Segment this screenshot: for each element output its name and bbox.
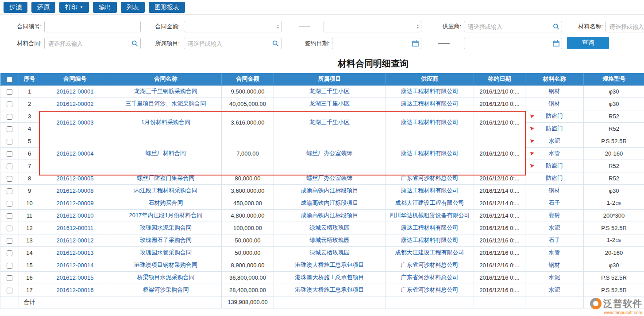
project-link[interactable]: 螺丝厂办公室装饰 <box>307 150 353 156</box>
project-link[interactable]: 成渝高铁内江标段项目 <box>301 212 359 218</box>
contract-no-link[interactable]: 201612-00003 <box>57 119 94 126</box>
supplier-link[interactable]: 广东省河沙材料总公司 <box>401 286 459 293</box>
row-select-checkbox[interactable] <box>7 101 12 107</box>
supplier-link[interactable]: 成都大江建设工程有限公司 <box>395 249 464 256</box>
project-link[interactable]: 绿城云栖玫瑰园 <box>309 237 350 243</box>
material-link[interactable]: 瓷砖 <box>549 212 560 218</box>
row-select-checkbox[interactable] <box>7 89 12 95</box>
supplier-input[interactable] <box>464 21 562 32</box>
supplier-link[interactable]: 康达工程材料有限公司 <box>401 100 459 107</box>
material-link[interactable]: 水泥 <box>549 274 560 281</box>
contract-no-link[interactable]: 201612-00014 <box>57 262 94 269</box>
contract-name-link[interactable]: 2017年内江段1月份材料合同 <box>129 212 202 218</box>
row-select-checkbox[interactable] <box>7 114 12 120</box>
material-link[interactable]: 防盗门 <box>546 125 563 132</box>
calendar-icon[interactable] <box>412 40 419 47</box>
row-select-checkbox[interactable] <box>7 139 12 144</box>
contract-name-link[interactable]: 螺丝厂防盗门集采合同 <box>137 175 195 181</box>
material-link[interactable]: 水泥 <box>549 224 560 231</box>
supplier-link[interactable]: 广东省河沙材料总公司 <box>401 274 459 281</box>
contract-no-link[interactable]: 201612-00011 <box>57 225 93 231</box>
material-link[interactable]: 水管 <box>549 249 560 256</box>
contract-name-link[interactable]: 桥梁项目水泥采购合同 <box>137 274 195 281</box>
row-select-checkbox[interactable] <box>7 263 12 269</box>
row-select-checkbox[interactable] <box>7 164 12 169</box>
material-link[interactable]: 石子 <box>549 199 560 206</box>
contract-name-link[interactable]: 玫瑰园水管采购合同 <box>140 249 192 256</box>
supplier-link[interactable]: 康达工程材料有限公司 <box>401 88 459 94</box>
contract-name-link[interactable]: 内江段工程材料采购合同 <box>134 187 197 194</box>
material-link[interactable]: 水管 <box>549 150 560 156</box>
contract-name-link[interactable]: 玫瑰园水泥采购合同 <box>140 224 192 231</box>
graph-report-button[interactable]: 图形报表 <box>149 2 185 13</box>
row-select-checkbox[interactable] <box>7 188 12 194</box>
row-select-checkbox[interactable] <box>7 213 12 219</box>
material-link[interactable]: 水泥 <box>549 286 560 293</box>
supplier-link[interactable]: 康达工程材料有限公司 <box>401 237 459 243</box>
material-contract-input[interactable] <box>44 38 141 49</box>
calendar-icon[interactable] <box>553 40 559 47</box>
list-button[interactable]: 列表 <box>121 2 145 13</box>
project-link[interactable]: 绿城云栖玫瑰园 <box>309 224 350 231</box>
contract-no-link[interactable]: 201612-00005 <box>57 175 94 182</box>
filter-button[interactable]: 过滤 <box>4 2 27 13</box>
contract-no-link[interactable]: 201612-00001 <box>57 88 94 95</box>
contract-no-link[interactable]: 201612-00012 <box>57 237 94 244</box>
supplier-link[interactable]: 康达工程材料有限公司 <box>401 119 459 125</box>
material-link[interactable]: 防盗门 <box>546 113 563 119</box>
row-select-checkbox[interactable] <box>7 288 12 293</box>
supplier-link[interactable]: 四川华达机械租赁设备有限公司 <box>389 212 470 218</box>
contract-no-link[interactable]: 201612-00002 <box>57 101 94 107</box>
supplier-link[interactable]: 康达工程材料有限公司 <box>401 150 459 156</box>
contract-no-link[interactable]: 201612-00004 <box>57 150 94 157</box>
project-link[interactable]: 成渝高铁内江标段项目 <box>301 199 359 206</box>
sign-date-from-input[interactable] <box>332 38 421 49</box>
project-link[interactable]: 龙湖三千里小区 <box>309 88 350 94</box>
search-icon[interactable] <box>272 40 279 47</box>
amount-to-input[interactable] <box>324 21 421 32</box>
stepper-icon[interactable]: ▲▼ <box>416 24 419 29</box>
row-select-checkbox[interactable] <box>7 226 12 231</box>
material-link[interactable]: 防盗门 <box>546 162 563 169</box>
contract-name-link[interactable]: 石材购买合同 <box>149 199 183 206</box>
project-link[interactable]: 龙湖三千里小区 <box>309 119 350 125</box>
material-link[interactable]: 钢材 <box>549 187 560 194</box>
contract-no-link[interactable]: 201612-00013 <box>57 250 94 256</box>
supplier-link[interactable]: 成都大江建设工程有限公司 <box>395 199 464 206</box>
material-link[interactable]: 防盗门 <box>546 175 563 181</box>
material-link[interactable]: 水泥 <box>549 137 560 144</box>
export-button[interactable]: 输出 <box>93 2 117 13</box>
row-select-checkbox[interactable] <box>7 238 12 244</box>
contract-no-link[interactable]: 201612-00016 <box>57 287 94 293</box>
contract-no-link[interactable]: 201612-00015 <box>57 274 94 281</box>
sign-date-to-input[interactable] <box>464 38 562 49</box>
print-button[interactable]: 打印▼ <box>59 2 89 13</box>
project-link[interactable]: 港珠澳大桥施工总承包项目 <box>295 274 364 281</box>
material-link[interactable]: 石子 <box>549 237 560 243</box>
stepper-icon[interactable]: ▲▼ <box>277 24 279 29</box>
project-link[interactable]: 成渝高铁内江标段项目 <box>301 187 359 194</box>
row-select-checkbox[interactable] <box>7 151 12 157</box>
supplier-link[interactable]: 广东省河沙材料总公司 <box>401 175 459 181</box>
project-link[interactable]: 港珠澳大桥施工总承包项目 <box>295 286 364 293</box>
project-input[interactable] <box>184 38 282 49</box>
query-button[interactable]: 查询 <box>567 37 609 49</box>
amount-from-input[interactable] <box>184 21 282 32</box>
row-select-checkbox[interactable] <box>7 275 12 281</box>
contract-name-link[interactable]: 玫瑰园石子采购合同 <box>140 237 192 243</box>
restore-button[interactable]: 还原 <box>31 2 55 13</box>
contract-no-input[interactable] <box>44 21 141 32</box>
row-select-checkbox[interactable] <box>7 126 12 132</box>
project-link[interactable]: 螺丝厂办公室装饰 <box>307 175 353 181</box>
project-link[interactable]: 绿城云栖玫瑰园 <box>309 249 350 256</box>
contract-name-link[interactable]: 1月份材料采购合同 <box>141 119 190 125</box>
contract-no-link[interactable]: 201612-00010 <box>57 212 94 219</box>
row-select-checkbox[interactable] <box>7 250 12 256</box>
contract-name-link[interactable]: 桥梁河沙采购合同 <box>143 286 189 293</box>
material-link[interactable]: 钢材 <box>549 100 560 107</box>
contract-name-link[interactable]: 港珠澳项目钢材采购合同 <box>134 261 197 268</box>
material-link[interactable]: 钢材 <box>549 88 560 94</box>
search-icon[interactable] <box>553 23 559 30</box>
supplier-link[interactable]: 广东省河沙材料总公司 <box>401 261 459 268</box>
project-link[interactable]: 龙湖三千里小区 <box>309 100 350 107</box>
